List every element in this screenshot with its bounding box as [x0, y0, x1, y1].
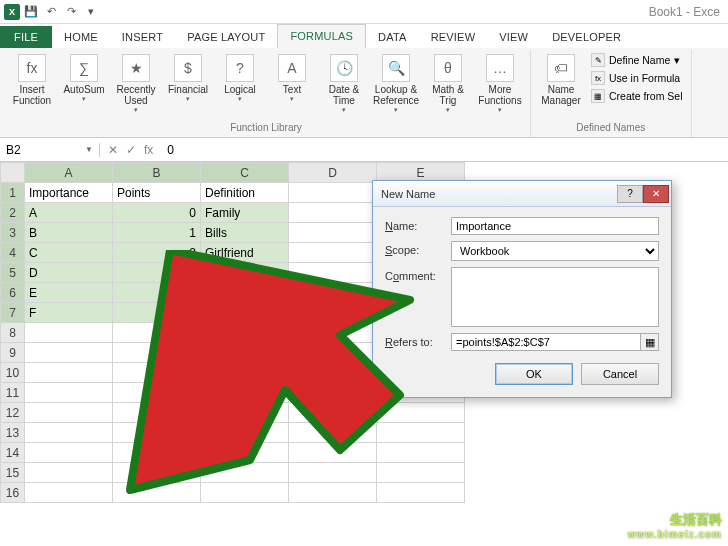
- more-functions-button[interactable]: … More Functions ▾: [476, 52, 524, 116]
- cell[interactable]: [113, 463, 201, 483]
- cell[interactable]: [25, 383, 113, 403]
- tab-developer[interactable]: DEVELOPER: [540, 26, 633, 48]
- cell[interactable]: [25, 323, 113, 343]
- row-header[interactable]: 7: [1, 303, 25, 323]
- cell[interactable]: Bills: [201, 223, 289, 243]
- cell[interactable]: 3: [113, 263, 201, 283]
- row-header[interactable]: 2: [1, 203, 25, 223]
- cell[interactable]: [201, 463, 289, 483]
- row-header[interactable]: 15: [1, 463, 25, 483]
- cell[interactable]: [289, 443, 377, 463]
- cell[interactable]: [201, 363, 289, 383]
- tab-review[interactable]: REVIEW: [419, 26, 488, 48]
- row-header[interactable]: 11: [1, 383, 25, 403]
- formula-input[interactable]: 0: [161, 143, 728, 157]
- cell[interactable]: [25, 343, 113, 363]
- col-header-a[interactable]: A: [25, 163, 113, 183]
- cell[interactable]: 1: [113, 223, 201, 243]
- tab-data[interactable]: DATA: [366, 26, 419, 48]
- cell[interactable]: C: [25, 243, 113, 263]
- cell[interactable]: [25, 363, 113, 383]
- cell[interactable]: [25, 463, 113, 483]
- range-picker-icon[interactable]: ▦: [641, 333, 659, 351]
- cell[interactable]: [289, 343, 377, 363]
- cell[interactable]: [289, 483, 377, 503]
- name-manager-button[interactable]: 🏷 Name Manager: [537, 52, 585, 108]
- cell[interactable]: [113, 443, 201, 463]
- cell[interactable]: F: [25, 303, 113, 323]
- cell[interactable]: [113, 403, 201, 423]
- logical-button[interactable]: ? Logical ▾: [216, 52, 264, 105]
- dialog-titlebar[interactable]: New Name ? ✕: [373, 181, 671, 207]
- cell[interactable]: [113, 323, 201, 343]
- cell[interactable]: 4: [113, 283, 201, 303]
- comment-textarea[interactable]: [451, 267, 659, 327]
- cancel-button[interactable]: Cancel: [581, 363, 659, 385]
- cell[interactable]: [289, 363, 377, 383]
- cell[interactable]: PC: [201, 263, 289, 283]
- row-header[interactable]: 14: [1, 443, 25, 463]
- tab-home[interactable]: HOME: [52, 26, 110, 48]
- tab-file[interactable]: FILE: [0, 26, 52, 48]
- cell[interactable]: [201, 483, 289, 503]
- cancel-edit-icon[interactable]: ✕: [108, 143, 118, 157]
- qat-dropdown-icon[interactable]: ▾: [82, 3, 100, 21]
- tab-page-layout[interactable]: PAGE LAYOUT: [175, 26, 277, 48]
- select-all-corner[interactable]: [1, 163, 25, 183]
- enter-edit-icon[interactable]: ✓: [126, 143, 136, 157]
- cell[interactable]: [113, 383, 201, 403]
- col-header-d[interactable]: D: [289, 163, 377, 183]
- cell[interactable]: [201, 443, 289, 463]
- close-button[interactable]: ✕: [643, 185, 669, 203]
- cell[interactable]: [377, 403, 465, 423]
- undo-icon[interactable]: ↶: [42, 3, 60, 21]
- cell[interactable]: Family: [201, 203, 289, 223]
- scope-select[interactable]: Workbook: [451, 241, 659, 261]
- insert-function-button[interactable]: fx Insert Function: [8, 52, 56, 108]
- row-header[interactable]: 5: [1, 263, 25, 283]
- cell[interactable]: [289, 203, 377, 223]
- cell[interactable]: [201, 303, 289, 323]
- financial-button[interactable]: $ Financial ▾: [164, 52, 212, 105]
- row-header[interactable]: 12: [1, 403, 25, 423]
- cell[interactable]: Points: [113, 183, 201, 203]
- cell[interactable]: [289, 403, 377, 423]
- cell[interactable]: Importance: [25, 183, 113, 203]
- cell[interactable]: [25, 483, 113, 503]
- help-button[interactable]: ?: [617, 185, 643, 203]
- cell[interactable]: [25, 423, 113, 443]
- name-input[interactable]: [451, 217, 659, 235]
- row-header[interactable]: 6: [1, 283, 25, 303]
- recently-used-button[interactable]: ★ Recently Used ▾: [112, 52, 160, 116]
- cell[interactable]: [289, 423, 377, 443]
- cell[interactable]: [289, 303, 377, 323]
- redo-icon[interactable]: ↷: [62, 3, 80, 21]
- cell[interactable]: [201, 383, 289, 403]
- cell[interactable]: [289, 283, 377, 303]
- cell[interactable]: [377, 443, 465, 463]
- define-name-button[interactable]: ✎Define Name▾: [589, 52, 685, 68]
- cell[interactable]: Girlfriend: [201, 243, 289, 263]
- col-header-c[interactable]: C: [201, 163, 289, 183]
- row-header[interactable]: 13: [1, 423, 25, 443]
- cell[interactable]: [377, 463, 465, 483]
- cell[interactable]: [289, 263, 377, 283]
- cell[interactable]: [25, 403, 113, 423]
- cell[interactable]: [201, 423, 289, 443]
- cell[interactable]: [201, 323, 289, 343]
- save-icon[interactable]: 💾: [22, 3, 40, 21]
- cell[interactable]: 2: [113, 243, 201, 263]
- cell[interactable]: [289, 323, 377, 343]
- cell[interactable]: Car: [201, 283, 289, 303]
- create-from-selection-button[interactable]: ▦Create from Sel: [589, 88, 685, 104]
- fx-icon[interactable]: fx: [144, 143, 153, 157]
- refers-to-input[interactable]: [451, 333, 641, 351]
- row-header[interactable]: 1: [1, 183, 25, 203]
- use-in-formula-button[interactable]: fxUse in Formula: [589, 70, 685, 86]
- name-box[interactable]: B2 ▼: [0, 143, 100, 157]
- cell[interactable]: [289, 243, 377, 263]
- lookup-button[interactable]: 🔍 Lookup & Reference ▾: [372, 52, 420, 116]
- row-header[interactable]: 8: [1, 323, 25, 343]
- row-header[interactable]: 3: [1, 223, 25, 243]
- cell[interactable]: B: [25, 223, 113, 243]
